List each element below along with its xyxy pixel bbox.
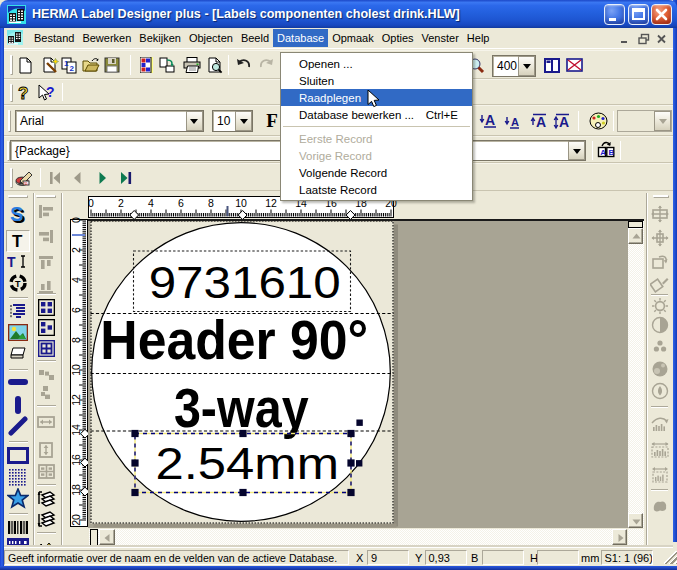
decrease-font-button[interactable]: A [477, 110, 501, 132]
menu-help[interactable]: Help [463, 29, 494, 47]
scroll-up-button[interactable] [628, 228, 644, 244]
canvas-text-object[interactable]: 9731610 [149, 257, 341, 308]
database-menu-item-laatste-record[interactable]: Laatste Record [281, 181, 472, 198]
menu-opmaak[interactable]: Opmaak [328, 29, 378, 47]
database-edit-icon-button[interactable]: ro [12, 167, 36, 189]
selection-handle[interactable] [131, 459, 138, 466]
svg-text:?: ? [46, 84, 55, 100]
text-tool[interactable]: T [6, 230, 30, 252]
document-system-icon[interactable] [7, 30, 24, 46]
save-button[interactable] [100, 54, 124, 76]
increase-font-button[interactable]: A [527, 110, 551, 132]
scroll-down-button[interactable] [628, 513, 644, 529]
toolbox-gripper[interactable] [36, 195, 56, 198]
selection-handle[interactable] [347, 430, 354, 437]
menu-item-label: Database bewerken ... [299, 109, 414, 121]
menu-bestand[interactable]: Bestand [30, 29, 78, 47]
toolbox-gripper[interactable] [653, 195, 669, 198]
split-view-button[interactable] [540, 54, 564, 76]
paragraph-tool[interactable] [6, 301, 30, 323]
diagonal-line-tool[interactable] [6, 415, 30, 437]
database-menu-item-sluiten[interactable]: Sluiten [281, 72, 472, 89]
rotated-text-tool[interactable]: T [6, 272, 30, 294]
minimize-button[interactable] [604, 4, 625, 25]
database-menu-item-openen[interactable]: Openen ... [281, 55, 472, 72]
font-height-button[interactable]: A [550, 110, 574, 132]
close-button[interactable] [651, 4, 672, 25]
menu-venster[interactable]: Venster [418, 29, 463, 47]
image-tool[interactable] [6, 321, 30, 343]
next-record-button[interactable] [91, 167, 115, 189]
selection-handle[interactable] [356, 420, 362, 426]
resize-grip[interactable] [664, 551, 677, 564]
svg-text:0: 0 [88, 197, 94, 209]
select-tool[interactable]: S [6, 203, 30, 225]
selection-handle[interactable] [347, 459, 354, 466]
toolbox-gripper[interactable] [8, 195, 28, 198]
menu-objecten[interactable]: Objecten [185, 29, 237, 47]
print-button[interactable] [180, 54, 204, 76]
svg-text:A: A [511, 116, 519, 128]
rectangle-tool[interactable] [6, 445, 30, 467]
menu-beeld[interactable]: Beeld [237, 29, 273, 47]
horizontal-scrollbar[interactable] [89, 529, 628, 546]
toolbar-gripper[interactable] [8, 110, 11, 132]
selection-handle[interactable] [239, 430, 246, 437]
copies-button[interactable]: 12 [57, 54, 81, 76]
new-document-button[interactable] [13, 54, 37, 76]
decrease-font-small-button[interactable]: A [501, 110, 525, 132]
menu-item-label: Laatste Record [299, 184, 377, 196]
document-canvas[interactable]: 9731610Header 90°3-way2.54mm [88, 221, 628, 528]
mdi-restore-button[interactable] [635, 31, 651, 45]
field-dropdown-button[interactable] [568, 141, 585, 160]
canvas-text-object[interactable]: Header 90° [100, 308, 368, 371]
context-help-button[interactable]: ? [34, 82, 58, 104]
last-record-button[interactable] [114, 167, 138, 189]
text-cursor-tool[interactable]: T [6, 251, 30, 273]
scroll-right-button[interactable] [612, 529, 628, 545]
selection-handle[interactable] [239, 489, 246, 496]
selection-handle[interactable] [131, 430, 138, 437]
selection-handle[interactable] [347, 489, 354, 496]
menu-bewerken[interactable]: Bewerken [78, 29, 135, 47]
undo-button[interactable] [231, 54, 255, 76]
scroll-left-button[interactable] [99, 529, 115, 545]
pattern-box-tool[interactable] [6, 467, 30, 489]
font-family-dropdown-button[interactable] [186, 111, 203, 131]
menu-item-label: Eerste Record [299, 133, 373, 145]
canvas-text-object[interactable]: 3-way [174, 376, 309, 439]
zoom-combobox[interactable]: 400 [492, 55, 536, 77]
toolbox-separator [37, 360, 56, 361]
canvas-text-object[interactable]: 2.54mm [156, 438, 340, 489]
selection-handle[interactable] [131, 489, 138, 496]
mail-close-button[interactable] [562, 54, 586, 76]
menu-database[interactable]: Database [273, 29, 328, 47]
menu-bekijken[interactable]: Bekijken [135, 29, 185, 47]
title-bar[interactable]: HERMA Label Designer plus - [Labels comp… [0, 0, 677, 28]
maximize-button[interactable] [628, 4, 649, 25]
horizontal-line-tool[interactable] [6, 371, 30, 393]
font-size-dropdown-button[interactable] [235, 111, 252, 131]
redo-button[interactable] [254, 54, 278, 76]
print-preview-button[interactable] [203, 54, 227, 76]
color-palette-button[interactable] [586, 110, 610, 132]
vertical-scrollbar[interactable] [628, 221, 644, 529]
vertical-split-box[interactable] [628, 221, 644, 228]
ruler-object-tool[interactable] [6, 532, 30, 547]
mdi-close-button[interactable] [653, 31, 669, 45]
swap-fields-button[interactable]: AB [594, 139, 618, 161]
duplicate-button[interactable] [155, 54, 179, 76]
eraser-tool[interactable] [6, 342, 30, 364]
star-tool[interactable] [6, 487, 30, 509]
menu-opties[interactable]: Opties [378, 29, 418, 47]
database-menu-item-volgende-record[interactable]: Volgende Record [281, 164, 472, 181]
font-family-combobox[interactable]: Arial [15, 110, 204, 132]
zoom-dropdown-button[interactable] [518, 56, 535, 76]
svg-text:T: T [12, 232, 23, 250]
mdi-minimize-button[interactable] [617, 31, 633, 45]
selection-handle[interactable] [356, 460, 362, 466]
font-size-combobox[interactable]: 10 [212, 110, 253, 132]
help-button[interactable]: ? [12, 82, 36, 104]
horizontal-split-box[interactable] [90, 529, 98, 546]
vertical-line-tool[interactable] [6, 394, 30, 416]
